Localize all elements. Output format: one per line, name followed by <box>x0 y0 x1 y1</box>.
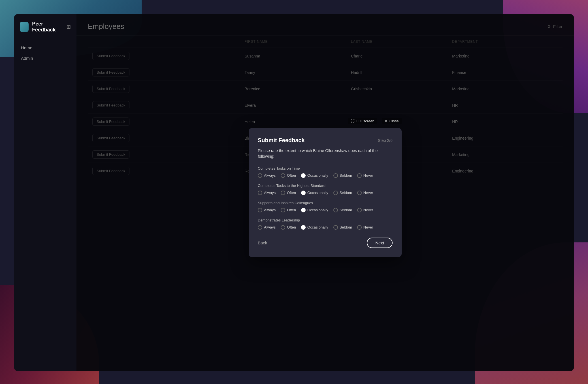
radio-circle <box>301 208 306 212</box>
radio-option-q3-always[interactable]: Always <box>258 208 276 212</box>
radio-circle <box>333 225 338 230</box>
question-group-q3: Supports and Inspires ColleaguesAlwaysOf… <box>258 201 393 212</box>
radio-circle <box>258 191 262 195</box>
fullscreen-label: Full screen <box>356 119 374 123</box>
radio-option-q4-often[interactable]: Often <box>281 225 296 230</box>
radio-label: Seldom <box>340 208 352 212</box>
modal-footer: Back Next <box>258 238 393 248</box>
close-label: Close <box>389 119 399 123</box>
question-group-q2: Completes Tasks to the Highest StandardA… <box>258 184 393 195</box>
radio-label: Never <box>363 173 373 178</box>
radio-label: Often <box>287 208 296 212</box>
modal-header: Submit Feedback Step 2/6 <box>258 137 393 144</box>
radio-circle <box>333 173 338 178</box>
question-group-q1: Completes Tasks on TimeAlwaysOftenOccasi… <box>258 166 393 178</box>
radio-option-q3-never[interactable]: Never <box>357 208 373 212</box>
radio-circle <box>281 191 285 195</box>
sidebar-item-home[interactable]: Home <box>14 42 76 53</box>
radio-circle <box>301 191 306 195</box>
question-label-q4: Demonstrates Leadership <box>258 218 393 222</box>
radio-label: Always <box>264 191 276 195</box>
modal-toolbar: ⛶ Full screen ✕ Close <box>348 118 402 124</box>
radio-option-q2-always[interactable]: Always <box>258 191 276 195</box>
sidebar-item-admin[interactable]: Admin <box>14 53 76 63</box>
radio-label: Occasionally <box>307 225 328 229</box>
radio-label: Occasionally <box>307 208 328 212</box>
fullscreen-button[interactable]: ⛶ Full screen <box>348 118 377 124</box>
radio-option-q2-seldom[interactable]: Seldom <box>333 191 352 195</box>
radio-circle <box>333 191 338 195</box>
radio-option-q4-always[interactable]: Always <box>258 225 276 230</box>
close-button[interactable]: ✕ Close <box>382 118 402 124</box>
question-label-q3: Supports and Inspires Colleagues <box>258 201 393 205</box>
app-title: Peer Feedback <box>32 21 63 33</box>
feedback-modal: ⛶ Full screen ✕ Close Submit Feedback St… <box>249 128 402 257</box>
radio-circle <box>258 173 262 178</box>
question-label-q1: Completes Tasks on Time <box>258 166 393 170</box>
radio-label: Always <box>264 225 276 229</box>
main-content: Employees ⚙ Filter FIRST NAME LAST NAME … <box>76 14 574 371</box>
radio-label: Occasionally <box>307 173 328 178</box>
radio-circle <box>357 173 362 178</box>
radio-circle <box>258 208 262 212</box>
fullscreen-icon: ⛶ <box>351 119 355 123</box>
radio-option-q1-always[interactable]: Always <box>258 173 276 178</box>
questions-container: Completes Tasks on TimeAlwaysOftenOccasi… <box>258 166 393 230</box>
radio-option-q3-often[interactable]: Often <box>281 208 296 212</box>
radio-label: Seldom <box>340 225 352 229</box>
radio-label: Always <box>264 208 276 212</box>
sidebar-nav: Home Admin <box>14 40 76 66</box>
next-button[interactable]: Next <box>367 238 393 248</box>
radio-circle <box>357 208 362 212</box>
radio-label: Never <box>363 208 373 212</box>
radio-option-q2-often[interactable]: Often <box>281 191 296 195</box>
radio-circle <box>357 191 362 195</box>
radio-label: Often <box>287 225 296 229</box>
radio-label: Often <box>287 173 296 178</box>
modal-overlay: ⛶ Full screen ✕ Close Submit Feedback St… <box>76 14 574 371</box>
radio-label: Always <box>264 173 276 178</box>
radio-option-q1-never[interactable]: Never <box>357 173 373 178</box>
modal-step: Step 2/6 <box>378 138 393 143</box>
radio-option-q2-never[interactable]: Never <box>357 191 373 195</box>
radio-label: Seldom <box>340 173 352 178</box>
radio-circle <box>281 173 285 178</box>
radio-circle <box>301 225 306 230</box>
sidebar: Peer Feedback ⊞ Home Admin <box>14 14 76 371</box>
radio-option-q3-seldom[interactable]: Seldom <box>333 208 352 212</box>
radio-label: Occasionally <box>307 191 328 195</box>
radio-option-q2-occasionally[interactable]: Occasionally <box>301 191 328 195</box>
radio-circle <box>281 225 285 230</box>
radio-group-q3: AlwaysOftenOccasionallySeldomNever <box>258 208 393 212</box>
sidebar-header: Peer Feedback ⊞ <box>14 14 76 40</box>
app-logo <box>20 22 29 32</box>
radio-group-q4: AlwaysOftenOccasionallySeldomNever <box>258 225 393 230</box>
modal-title: Submit Feedback <box>258 137 305 144</box>
radio-label: Never <box>363 225 373 229</box>
radio-option-q3-occasionally[interactable]: Occasionally <box>301 208 328 212</box>
radio-option-q4-seldom[interactable]: Seldom <box>333 225 352 230</box>
radio-circle <box>281 208 285 212</box>
radio-label: Never <box>363 191 373 195</box>
radio-label: Often <box>287 191 296 195</box>
app-container: Peer Feedback ⊞ Home Admin Employees ⚙ F… <box>14 14 574 371</box>
radio-option-q1-seldom[interactable]: Seldom <box>333 173 352 178</box>
back-button[interactable]: Back <box>258 240 267 245</box>
radio-circle <box>301 173 306 178</box>
radio-group-q1: AlwaysOftenOccasionallySeldomNever <box>258 173 393 178</box>
radio-circle <box>333 208 338 212</box>
question-group-q4: Demonstrates LeadershipAlwaysOftenOccasi… <box>258 218 393 230</box>
grid-icon[interactable]: ⊞ <box>67 24 71 30</box>
radio-option-q1-occasionally[interactable]: Occasionally <box>301 173 328 178</box>
radio-option-q4-occasionally[interactable]: Occasionally <box>301 225 328 230</box>
modal-subtitle: Please rate the extent to which Blaine O… <box>258 148 393 159</box>
question-label-q2: Completes Tasks to the Highest Standard <box>258 184 393 188</box>
close-icon: ✕ <box>385 119 388 123</box>
radio-label: Seldom <box>340 191 352 195</box>
radio-circle <box>357 225 362 230</box>
radio-option-q4-never[interactable]: Never <box>357 225 373 230</box>
radio-circle <box>258 225 262 230</box>
radio-group-q2: AlwaysOftenOccasionallySeldomNever <box>258 191 393 195</box>
radio-option-q1-often[interactable]: Often <box>281 173 296 178</box>
